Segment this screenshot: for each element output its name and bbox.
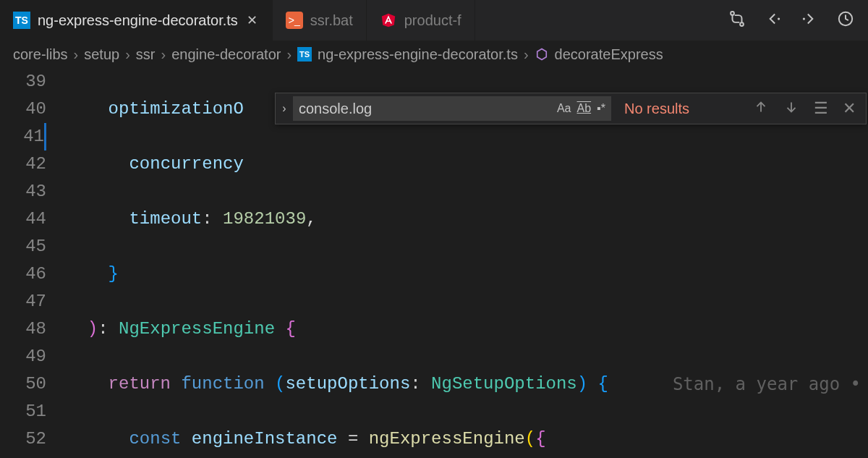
chevron-right-icon: › <box>74 46 79 63</box>
editor-title-actions <box>715 0 868 41</box>
tab-label: ssr.bat <box>310 12 353 29</box>
match-whole-word-icon[interactable]: Ab <box>577 102 592 115</box>
close-icon[interactable]: ✕ <box>245 11 259 30</box>
svg-point-3 <box>803 17 805 20</box>
next-match-icon[interactable] <box>783 99 799 118</box>
breadcrumb[interactable]: core-libs › setup › ssr › engine-decorat… <box>0 41 868 68</box>
code-token: optimizationO <box>109 99 244 119</box>
tab-active-file[interactable]: TS ng-express-engine-decorator.ts ✕ <box>0 0 273 41</box>
line-number-gutter: 39 40 41 42 43 44 45 46 47 48 49 50 51 5… <box>0 68 67 458</box>
line-number: 45 <box>0 233 46 260</box>
tab-label: ng-express-engine-decorator.ts <box>38 12 238 29</box>
breadcrumb-segment[interactable]: setup <box>84 46 119 63</box>
tab-ssr-bat[interactable]: >_ ssr.bat <box>273 0 367 41</box>
line-number: 43 <box>0 178 46 205</box>
go-back-icon[interactable] <box>764 9 783 31</box>
tab-label: product-f <box>404 12 461 29</box>
method-icon <box>535 47 549 62</box>
code-token: concurrency <box>129 154 243 174</box>
find-input-wrap: Aa Ab ▪* <box>293 96 611 121</box>
code-token: NgExpressEngine <box>119 319 275 339</box>
angular-icon <box>380 12 397 29</box>
code-editor[interactable]: 39 40 41 42 43 44 45 46 47 48 49 50 51 5… <box>0 68 868 458</box>
typescript-icon: TS <box>297 47 312 62</box>
line-number: 40 <box>0 96 46 123</box>
line-number: 52 <box>0 425 46 453</box>
code-area[interactable]: optimizationO concurrency timeout: 19821… <box>67 68 868 458</box>
svg-point-0 <box>731 12 734 15</box>
find-input[interactable] <box>299 101 551 117</box>
chevron-right-icon: › <box>161 46 166 63</box>
breadcrumb-segment[interactable]: core-libs <box>13 46 68 63</box>
chevron-right-icon: › <box>524 46 529 63</box>
line-number: 48 <box>0 315 46 343</box>
match-case-icon[interactable]: Aa <box>557 102 571 115</box>
tab-product-f[interactable]: product-f <box>367 0 475 41</box>
line-number: 51 <box>0 398 46 425</box>
breadcrumb-segment[interactable]: ng-express-engine-decorator.ts <box>318 46 518 63</box>
find-last-change-icon[interactable] <box>836 9 855 31</box>
compare-changes-icon[interactable] <box>728 9 746 31</box>
previous-match-icon[interactable] <box>753 99 769 118</box>
find-in-selection-icon[interactable]: ☰ <box>814 99 828 118</box>
code-token: 19821039 <box>223 209 306 229</box>
typescript-icon: TS <box>13 12 30 29</box>
find-actions: ☰ ✕ <box>753 99 866 118</box>
code-token: timeout <box>129 209 202 229</box>
line-number: 50 <box>0 370 46 398</box>
line-number: 49 <box>0 343 46 370</box>
chevron-right-icon: › <box>286 46 292 63</box>
editor-tabs: TS ng-express-engine-decorator.ts ✕ >_ s… <box>0 0 868 41</box>
line-number: 42 <box>0 150 46 178</box>
code-token: return <box>109 374 171 394</box>
find-result-count: No results <box>611 101 702 117</box>
breadcrumb-segment[interactable]: decorateExpress <box>555 46 663 63</box>
line-number: 39 <box>0 68 46 96</box>
breadcrumb-segment[interactable]: ssr <box>136 46 156 63</box>
code-token: function <box>181 374 264 394</box>
toggle-replace-icon[interactable]: › <box>276 93 293 124</box>
line-number: 46 <box>0 260 46 288</box>
line-number: 47 <box>0 288 46 315</box>
code-token: const <box>129 429 181 449</box>
git-blame-annotation[interactable]: Stan, a year ago • <box>673 370 861 398</box>
code-token: engineInstance <box>192 429 338 449</box>
line-number: 44 <box>0 205 46 233</box>
batch-file-icon: >_ <box>286 12 303 29</box>
find-widget: › Aa Ab ▪* No results ☰ ✕ <box>275 93 867 124</box>
line-number: 41 <box>0 123 46 150</box>
chevron-right-icon: › <box>125 46 130 63</box>
code-token: ngExpressEngine <box>369 429 525 449</box>
breadcrumb-segment[interactable]: engine-decorator <box>171 46 281 63</box>
code-token: NgSetupOptions <box>431 374 577 394</box>
use-regex-icon[interactable]: ▪* <box>597 102 605 115</box>
code-token: setupOptions <box>285 374 410 394</box>
close-find-icon[interactable]: ✕ <box>843 99 856 118</box>
svg-point-2 <box>778 17 780 20</box>
go-forward-icon[interactable] <box>800 9 819 31</box>
svg-point-1 <box>740 22 744 26</box>
